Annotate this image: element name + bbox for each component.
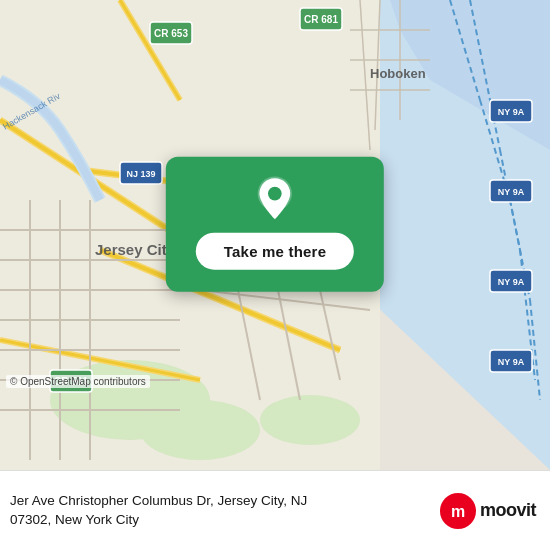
svg-point-6 — [260, 395, 360, 445]
moovit-logo[interactable]: m moovit — [440, 493, 536, 529]
svg-text:NY 9A: NY 9A — [498, 357, 525, 367]
svg-text:CR 681: CR 681 — [304, 14, 338, 25]
svg-text:CR 653: CR 653 — [154, 28, 188, 39]
address-section: Jer Ave Christopher Columbus Dr, Jersey … — [10, 492, 430, 530]
moovit-icon: m — [440, 493, 476, 529]
map-container: CR 653 CR 681 NJ 139 CR 501 NY 9A NY 9A … — [0, 0, 550, 470]
address-line: Jer Ave Christopher Columbus Dr, Jersey … — [10, 492, 430, 530]
svg-point-67 — [268, 187, 282, 201]
osm-attribution: © OpenStreetMap contributors — [6, 375, 150, 388]
bottom-bar: Jer Ave Christopher Columbus Dr, Jersey … — [0, 470, 550, 550]
action-card: Take me there — [166, 157, 384, 292]
moovit-text: moovit — [480, 500, 536, 521]
svg-text:Hoboken: Hoboken — [370, 66, 426, 81]
svg-text:NY 9A: NY 9A — [498, 187, 525, 197]
svg-text:NY 9A: NY 9A — [498, 277, 525, 287]
take-me-there-button[interactable]: Take me there — [196, 233, 354, 270]
svg-text:m: m — [451, 503, 465, 520]
svg-text:NJ 139: NJ 139 — [126, 169, 155, 179]
moovit-logo-icon: m — [447, 500, 469, 522]
svg-text:Jersey City: Jersey City — [95, 241, 176, 258]
location-pin-icon — [251, 175, 299, 223]
svg-text:NY 9A: NY 9A — [498, 107, 525, 117]
attribution-text: © OpenStreetMap contributors — [10, 376, 146, 387]
